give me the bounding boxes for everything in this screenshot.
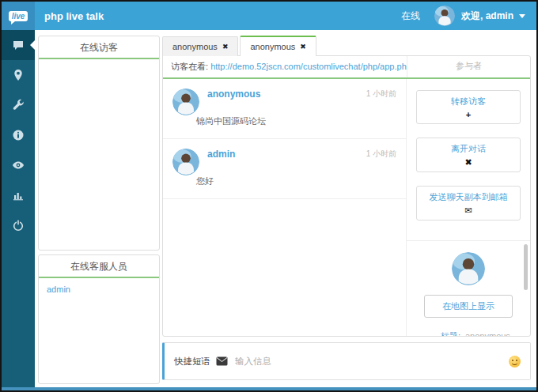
top-header: live php live talk 在线 欢迎, admin: [2, 2, 536, 30]
conversation-topbar: 访客在看: http://demo.52jscn.com/customlivec…: [163, 56, 530, 79]
close-icon: ✖: [420, 157, 517, 168]
welcome-label: 欢迎, admin: [461, 9, 513, 23]
transfer-visitor-label: 转移访客: [420, 96, 517, 107]
conversation-panel: 访客在看: http://demo.52jscn.com/customlivec…: [162, 55, 531, 337]
page-title: php live talk: [44, 10, 104, 22]
message-list[interactable]: anonymous 1 小时前 锦尚中国源码论坛 admin 1 小时前: [163, 79, 407, 336]
close-icon[interactable]: ✖: [300, 43, 306, 51]
quick-phrases-icon[interactable]: [216, 356, 228, 366]
sidebar-nav: [2, 30, 35, 387]
app-logo[interactable]: live: [2, 2, 35, 30]
sidebar-item-monitor[interactable]: [2, 150, 35, 180]
show-on-map-button[interactable]: 在地图上显示: [424, 295, 513, 318]
sidebar-item-settings[interactable]: [2, 90, 35, 120]
field-label: 标题:: [415, 329, 460, 336]
live-logo-icon: live: [9, 11, 28, 21]
app-window: live php live talk 在线 欢迎, admin: [0, 0, 538, 392]
message-timestamp: 1 小时前: [366, 149, 396, 160]
sidebar-item-visitors-map[interactable]: [2, 60, 35, 90]
avatar: [172, 89, 199, 115]
message-input[interactable]: [235, 356, 509, 366]
tab-label: anonymous: [172, 42, 218, 51]
sidebar-item-logout[interactable]: [2, 210, 35, 240]
message-text: 锦尚中国源码论坛: [196, 115, 396, 127]
close-icon[interactable]: ✖: [222, 43, 229, 51]
message-composer: 快捷短语: [162, 342, 531, 380]
plus-icon: +: [420, 110, 517, 119]
message-author[interactable]: anonymous: [207, 89, 260, 100]
leave-conversation-label: 离开对话: [420, 143, 517, 155]
sidebar-item-stats[interactable]: [2, 180, 35, 210]
message-timestamp: 1 小时前: [366, 89, 396, 100]
chevron-down-icon: [519, 14, 525, 18]
message-text: 您好: [196, 175, 396, 187]
status-online-link[interactable]: 在线: [401, 9, 420, 23]
staff-member-admin[interactable]: admin: [39, 278, 159, 300]
tab-anonymous-1[interactable]: anonymous ✖: [162, 36, 238, 56]
sidebar-item-chats[interactable]: [2, 30, 35, 60]
visitor-avatar: [452, 252, 485, 285]
user-avatar[interactable]: [434, 6, 455, 26]
location-pin-icon: [12, 69, 25, 81]
tab-anonymous-2[interactable]: anonymous ✖: [240, 36, 316, 56]
user-menu[interactable]: 欢迎, admin: [461, 9, 525, 23]
message-author[interactable]: admin: [207, 149, 235, 160]
online-staff-title: 在线客服人员: [39, 255, 159, 278]
participants-column: 转移访客 + 离开对话 ✖ 发送聊天副本到邮箱 ✉: [407, 79, 530, 336]
online-visitors-panel: 在线访客: [38, 36, 160, 251]
power-icon: [12, 219, 25, 232]
participants-header: 参与者: [407, 56, 530, 77]
message-row: anonymous 1 小时前 锦尚中国源码论坛: [163, 79, 406, 139]
scrollbar[interactable]: [524, 244, 528, 290]
avatar: [172, 149, 199, 175]
viewing-url-link[interactable]: http://demo.52jscn.com/customlivechat/ph…: [210, 62, 407, 71]
leave-conversation-button[interactable]: 离开对话 ✖: [416, 138, 521, 172]
eye-icon: [12, 159, 25, 172]
envelope-icon: ✉: [420, 205, 517, 216]
wrench-icon: [12, 99, 25, 111]
emoji-smiley-icon[interactable]: [509, 356, 521, 368]
info-icon: [12, 129, 25, 141]
chart-icon: [12, 189, 25, 202]
send-transcript-label: 发送聊天副本到邮箱: [420, 191, 517, 203]
transfer-visitor-button[interactable]: 转移访客 +: [416, 90, 521, 124]
visitor-info-section: 在地图上显示 标题: anonymous ID: 21 邮箱:: [407, 240, 530, 336]
visitor-field-title: 标题: anonymous: [415, 329, 522, 336]
online-staff-panel: 在线客服人员 admin: [38, 254, 160, 384]
quick-phrases-button[interactable]: 快捷短语: [174, 356, 210, 368]
field-value: anonymous: [465, 329, 510, 336]
message-row: admin 1 小时前 您好: [163, 139, 406, 199]
send-transcript-button[interactable]: 发送聊天副本到邮箱 ✉: [416, 186, 521, 220]
online-visitors-title: 在线访客: [39, 36, 159, 59]
tab-label: anonymous: [250, 42, 295, 51]
chat-tabs: anonymous ✖ anonymous ✖: [162, 36, 318, 56]
viewing-label: 访客在看:: [171, 62, 208, 71]
bottom-accent-line: [2, 387, 536, 390]
sidebar-item-info[interactable]: [2, 120, 35, 150]
chat-bubble-icon: [12, 39, 25, 51]
